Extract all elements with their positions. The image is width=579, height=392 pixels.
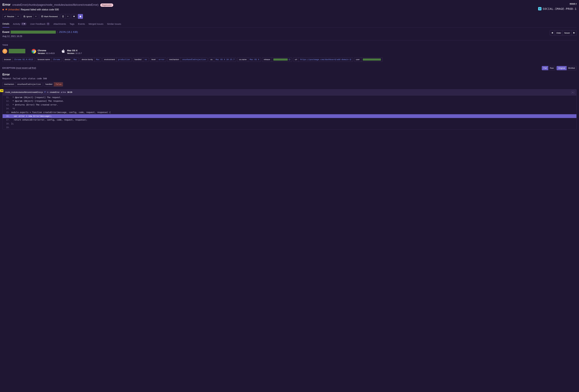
exception-section-title: EXCEPTION (most recent call first) [2, 66, 36, 70]
code-line: 13. * @returns {Error} The created error… [2, 103, 577, 107]
delete-dropdown[interactable] [66, 14, 70, 19]
tab-similar-issues[interactable]: Similar Issues [107, 22, 121, 27]
event-timestamp: Aug 12, 2021 16:29 [2, 35, 22, 38]
exception-name: Error [2, 72, 577, 76]
react-icon [538, 7, 541, 10]
tabs: Details Activity 0 User Feedback 0 Attac… [2, 22, 577, 28]
tag-os-name[interactable]: os.nameMac OS X [237, 58, 261, 62]
tab-user-feedback[interactable]: User Feedback 0 [30, 22, 50, 27]
svg-point-0 [540, 8, 540, 9]
resolve-dropdown[interactable] [16, 14, 20, 19]
error-location: createError(chunks/pages/node_modules/ax… [12, 3, 98, 7]
tag-device[interactable]: deviceMac [63, 58, 79, 62]
external-link-icon[interactable] [44, 91, 46, 94]
bookmark-button[interactable] [72, 14, 76, 19]
regression-badge: Regression [100, 3, 113, 7]
delete-button[interactable] [61, 14, 66, 19]
tag-device-family[interactable]: device.familyMac [80, 58, 101, 62]
tab-attachments[interactable]: Attachments [53, 22, 66, 27]
view-minified-button[interactable]: Minified [567, 66, 577, 70]
svg-rect-4 [41, 16, 43, 17]
pager-first-button[interactable] [550, 30, 555, 35]
pager-older-button[interactable]: Older [555, 30, 563, 35]
event-label: Event [2, 30, 9, 34]
exception-message: Request failed with status code 500 [2, 77, 577, 80]
code-line: 14. */ [2, 107, 577, 111]
chrome-icon [31, 49, 36, 54]
ignore-dropdown[interactable] [34, 14, 38, 19]
js-badge: JS [0, 89, 3, 92]
action-bar: Resolve Ignore Mark Reviewed [2, 14, 577, 19]
code-line: 18.}; [2, 122, 577, 126]
tag-browser[interactable]: browserChrome 92.0.4515 [2, 58, 35, 62]
code-line: 11. * @param {Object} [request] The requ… [2, 96, 577, 99]
mark-reviewed-button[interactable]: Mark Reviewed [40, 14, 59, 19]
exc-tag-mechanism: mechanismonunhandledrejection [2, 82, 43, 86]
user-avatar: ? [2, 49, 7, 54]
tab-activity[interactable]: Activity 0 [13, 22, 27, 27]
tab-events[interactable]: Events [78, 22, 85, 27]
source-map-toggle: Original Minified [557, 66, 577, 70]
frame-header[interactable]: ./node_modules/axios/lib/core/createErro… [2, 89, 577, 96]
code-line: 12. * @param {Object} [response] The res… [2, 99, 577, 103]
tag-mechanism[interactable]: mechanismonunhandledrejection [167, 58, 208, 62]
tags-section-title: TAGS [2, 44, 577, 46]
tag-handled[interactable]: handledno [133, 58, 149, 62]
tag-os[interactable]: osMac OS X 10.15.7 [209, 58, 236, 62]
event-id-redacted [10, 31, 56, 34]
pager-newer-button[interactable]: Newer [563, 30, 572, 35]
stack-view-toggle: Full Raw [542, 66, 555, 70]
event-pager: Older Newer [550, 30, 577, 35]
fire-icon [5, 8, 7, 11]
error-title: Error [2, 2, 10, 7]
svg-point-8 [33, 51, 35, 52]
view-raw-button[interactable]: Raw [548, 66, 555, 70]
tag-url[interactable]: urlhttps://postmage.com/dashboard/add-do… [293, 58, 353, 62]
user-redacted [9, 49, 25, 53]
code-line: 15.module.exports = function createError… [2, 111, 577, 114]
unhandled-badge: Unhandled [5, 8, 19, 11]
view-full-button[interactable]: Full [542, 66, 548, 70]
tab-merged-issues[interactable]: Merged Issues [88, 22, 103, 27]
code-context: 11. * @param {Object} [request] The requ… [2, 96, 577, 129]
code-line: 19. [2, 126, 577, 129]
apple-icon [61, 49, 66, 54]
tag-summary-user: ? [2, 49, 25, 54]
pager-last-button[interactable] [572, 30, 577, 35]
json-link[interactable]: JSON (18.1 KiB) [59, 30, 78, 34]
tab-details[interactable]: Details [2, 22, 9, 28]
code-line: 17. return enhanceError(error, config, c… [2, 118, 577, 122]
project-label[interactable]: SOCIAL-IMAGE-PROD-1 [538, 7, 577, 11]
code-line: 16. var error = new Error(message); [2, 114, 577, 118]
exc-tag-handled: handledfalse [44, 82, 63, 86]
event-bar: Event | JSON (18.1 KiB) Aug 12, 2021 16:… [2, 30, 577, 40]
issue-number-link[interactable]: ISSUE # [570, 3, 577, 5]
resolve-button[interactable]: Resolve [2, 14, 16, 19]
info-icon [289, 59, 290, 61]
issue-header: Error createError(chunks/pages/node_modu… [2, 2, 577, 11]
tab-tags[interactable]: Tags [70, 22, 74, 27]
tag-environment[interactable]: environmentproduction [103, 58, 132, 62]
tag-user[interactable]: user [354, 58, 382, 62]
tag-pills: browserChrome 92.0.4515 browser.nameChro… [2, 58, 577, 62]
stack-frame: JS ./node_modules/axios/lib/core/createE… [2, 89, 577, 130]
subscribe-button[interactable] [78, 14, 83, 19]
status-dot-icon [2, 9, 4, 10]
error-message: Request failed with status code 500 [21, 8, 59, 11]
tag-browser-name[interactable]: browser.nameChrome [36, 58, 62, 62]
ignore-button[interactable]: Ignore [22, 14, 34, 19]
tag-level[interactable]: levelerror [150, 58, 166, 62]
tag-release[interactable]: release [262, 58, 292, 62]
view-original-button[interactable]: Original [557, 66, 567, 70]
tag-summary-os: Mac OS X Version: 10.15.7 [61, 49, 82, 55]
external-link-icon [350, 59, 351, 61]
collapse-frame-button[interactable] [571, 91, 574, 94]
tag-summary-browser: Chrome Version: 92.0.4515 [31, 49, 55, 55]
